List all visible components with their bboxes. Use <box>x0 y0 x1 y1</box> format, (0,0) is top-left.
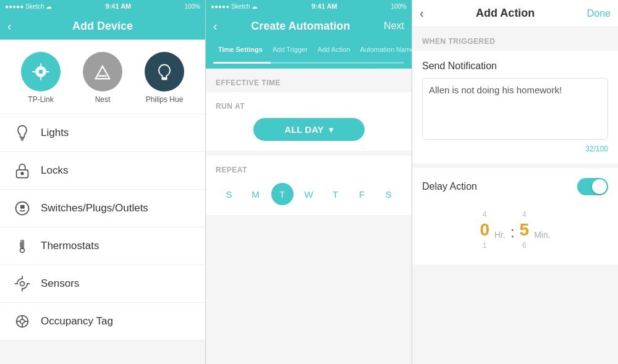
time-p1: 9:41 AM <box>105 2 131 10</box>
repeat-section: REPEAT S M T W T F S <box>206 156 412 215</box>
days-row: S M T W T F S <box>216 183 402 205</box>
min-above: 4 <box>522 210 527 219</box>
page-title-p1: Add Device <box>72 20 133 33</box>
device-tplink[interactable]: TP-Link <box>21 52 61 104</box>
send-notification-card: Send Notification Allen is not doing his… <box>412 51 618 163</box>
hr-below: 1 <box>483 241 487 250</box>
delay-toggle[interactable] <box>577 178 608 195</box>
automation-content: EFFECTIVE TIME RUN AT ALL DAY ▾ REPEAT S… <box>206 69 412 364</box>
tab-time-settings[interactable]: Time Settings <box>213 43 268 56</box>
lock-icon <box>12 161 32 180</box>
progress-fill <box>213 62 271 64</box>
next-button-p2[interactable]: Next <box>384 20 404 32</box>
tab-add-trigger[interactable]: Add Trigger <box>268 43 313 56</box>
svg-point-15 <box>20 320 25 324</box>
time-p2: 9:41 AM <box>311 2 337 10</box>
menu-item-lights[interactable]: Lights <box>0 114 205 152</box>
when-triggered-label: WHEN TRIGGERED <box>412 27 618 51</box>
page-title-p2: Create Automation <box>251 20 350 33</box>
sensors-label: Sensors <box>41 277 79 290</box>
progress-track <box>213 62 404 64</box>
outlet-icon <box>12 198 32 218</box>
nest-label: Nest <box>95 95 111 104</box>
toggle-knob <box>592 179 607 194</box>
delay-action-card: Delay Action 4 0 1 Hr. : 4 5 6 <box>412 168 618 265</box>
device-icons-row: TP-Link Nest Philips Hue <box>0 40 205 114</box>
hr-label: Hr. <box>494 230 506 240</box>
day-tue[interactable]: T <box>271 183 294 205</box>
all-day-button[interactable]: ALL DAY ▾ <box>253 118 365 141</box>
back-button-p3[interactable]: ‹ <box>420 6 424 20</box>
locks-label: Locks <box>41 164 68 177</box>
tab-automation-name[interactable]: Automation Name <box>355 43 412 56</box>
svg-rect-5 <box>21 205 22 208</box>
menu-item-thermostats[interactable]: Thermostats <box>0 227 205 265</box>
tab-add-action[interactable]: Add Action <box>313 43 355 56</box>
run-at-section: RUN AT ALL DAY ▾ <box>206 92 412 151</box>
sensor-icon <box>12 274 32 294</box>
philips-icon <box>145 52 184 91</box>
run-at-label: RUN AT <box>216 102 402 111</box>
min-label: Min. <box>534 230 550 240</box>
chevron-down-icon: ▾ <box>329 125 333 135</box>
day-fri[interactable]: F <box>351 183 373 205</box>
day-mon[interactable]: M <box>245 183 267 205</box>
svg-rect-6 <box>23 205 24 208</box>
hr-above: 4 <box>483 210 487 219</box>
svg-point-3 <box>21 172 23 175</box>
tplink-icon <box>21 52 61 91</box>
nav-bar-p3: ‹ Add Action Done <box>412 0 618 27</box>
page-title-p3: Add Action <box>476 7 535 20</box>
thermostats-label: Thermostats <box>41 240 99 252</box>
nav-bar-p2: ‹ Create Automation Next <box>206 12 412 40</box>
device-nest[interactable]: Nest <box>83 52 122 104</box>
action-content: WHEN TRIGGERED Send Notification Allen i… <box>412 27 618 364</box>
philips-label: Philips Hue <box>146 95 184 104</box>
day-sun[interactable]: S <box>218 183 240 205</box>
nav-bar-p1: ‹ Add Device <box>0 12 205 40</box>
menu-item-switches[interactable]: Switches/Plugs/Outlets <box>0 190 205 227</box>
done-button-p3[interactable]: Done <box>587 8 611 19</box>
delay-action-label: Delay Action <box>422 181 477 192</box>
send-notification-title: Send Notification <box>422 61 608 72</box>
switches-label: Switches/Plugs/Outlets <box>41 202 148 214</box>
time-colon: : <box>510 224 515 241</box>
minutes-column: 4 5 6 <box>520 210 530 250</box>
menu-item-locks[interactable]: Locks <box>0 152 205 190</box>
svg-point-1 <box>38 69 44 75</box>
day-thu[interactable]: T <box>324 183 347 205</box>
all-day-label: ALL DAY <box>284 124 323 135</box>
menu-item-occupancy[interactable]: Occupancy Tag <box>0 303 205 341</box>
progress-bar-container <box>206 62 412 69</box>
status-bar-p1: ●●●●● Sketch ☁ 9:41 AM 100% <box>0 0 205 12</box>
back-button-p2[interactable]: ‹ <box>213 19 218 33</box>
add-device-panel: ●●●●● Sketch ☁ 9:41 AM 100% ‹ Add Device… <box>0 0 206 364</box>
day-wed[interactable]: W <box>298 183 320 205</box>
repeat-label: REPEAT <box>216 166 402 174</box>
svg-point-9 <box>20 282 25 286</box>
delay-header: Delay Action <box>422 178 608 195</box>
thermostat-icon <box>12 236 32 256</box>
tabs-bar: Time Settings Add Trigger Add Action Aut… <box>206 40 412 62</box>
lights-label: Lights <box>41 127 69 139</box>
time-picker: 4 0 1 Hr. : 4 5 6 Min. <box>422 205 608 255</box>
back-button-p1[interactable]: ‹ <box>7 19 12 33</box>
signal-wifi: ●●●●● Sketch ☁ <box>5 3 52 10</box>
day-sat[interactable]: S <box>378 183 400 205</box>
notification-input[interactable]: Allen is not doing his homework! <box>422 78 608 140</box>
battery-p1: 100% <box>184 3 200 10</box>
hr-value[interactable]: 0 <box>480 220 489 240</box>
device-philips[interactable]: Philips Hue <box>145 52 184 104</box>
min-value[interactable]: 5 <box>520 220 530 240</box>
min-below: 6 <box>522 241 527 250</box>
status-bar-p2: ●●●●● Sketch ☁ 9:41 AM 100% <box>206 0 412 12</box>
char-count: 32/100 <box>422 145 608 153</box>
occupancy-label: Occupancy Tag <box>41 315 113 328</box>
menu-item-sensors[interactable]: Sensors <box>0 265 205 303</box>
tplink-label: TP-Link <box>28 95 53 104</box>
add-action-panel: ‹ Add Action Done WHEN TRIGGERED Send No… <box>412 0 618 364</box>
nest-icon <box>83 52 122 91</box>
effective-time-label: EFFECTIVE TIME <box>206 69 412 92</box>
hours-column: 4 0 1 <box>480 210 489 250</box>
menu-list: Lights Locks Swit <box>0 114 205 364</box>
